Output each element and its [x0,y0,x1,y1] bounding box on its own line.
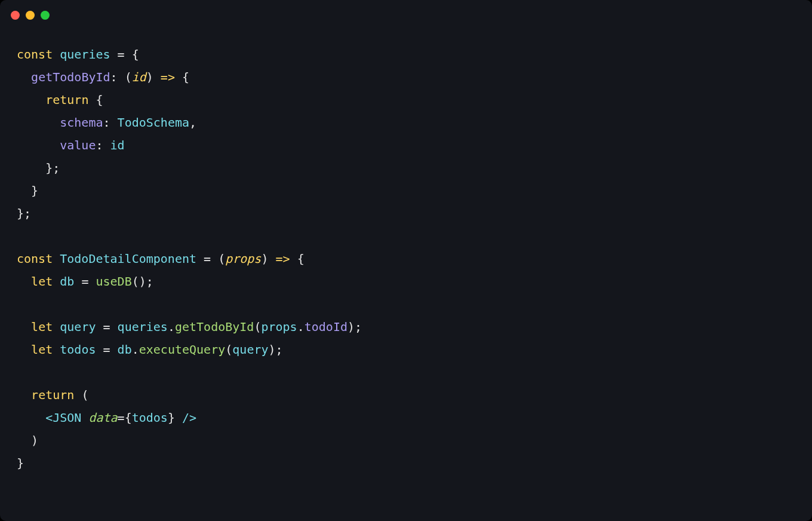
punct-colon: : [103,115,118,130]
keyword-const: const [17,47,60,62]
ident-id: id [110,138,125,152]
prop-todoId: todoId [304,320,347,334]
punct-semi: ; [24,206,31,220]
keyword-let: let [31,342,60,357]
indent [17,388,31,402]
window-titlebar [0,0,812,27]
punct-close-paren: ) [269,342,276,357]
punct-close-paren: ) [31,433,38,448]
punct-eq: = [110,47,132,62]
jsx-open: <JSON [45,410,88,425]
punct-colon: : [96,138,110,152]
fn-getTodoById: getTodoById [175,320,254,334]
jsx-attr-data: data [88,410,117,425]
keyword-return: return [45,93,88,107]
fn-executeQuery: executeQuery [139,342,226,357]
ident-TodoDetailComponent: TodoDetailComponent [60,252,196,266]
param-id: id [132,70,146,84]
punct-open-paren: ( [225,342,232,357]
punct-close-brace: } [17,456,24,470]
punct-dot: . [168,320,175,334]
punct-semi: ; [146,274,153,289]
punct-close-brace: } [31,183,38,198]
indent [17,274,31,289]
punct-close-paren: ) [261,252,268,266]
punct-dot: . [132,342,139,357]
prop-getTodoById: getTodoById [31,70,110,84]
indent [17,410,45,425]
keyword-let: let [31,274,60,289]
punct-open-paren: ( [218,252,225,266]
punct-open-brace: { [96,93,103,107]
punct-open-brace: { [125,410,132,425]
punct-semi: ; [276,342,283,357]
punct-open-brace: { [297,252,304,266]
space [88,93,96,107]
keyword-const: const [17,252,60,266]
indent [17,70,31,84]
punct-close-paren: ) [139,274,146,289]
indent [17,183,31,198]
ident-props: props [261,320,297,334]
punct-semi: ; [53,161,60,175]
ident-db: db [118,342,132,357]
ident-query: query [60,320,96,334]
punct-open-paren: ( [254,320,261,334]
keyword-let: let [31,320,60,334]
punct-eq: = [96,320,117,334]
indent [17,138,60,152]
keyword-return: return [31,388,74,402]
ident-query: query [232,342,268,357]
editor-window: const queries = { getTodoById: (id) => {… [0,0,812,521]
ident-queries: queries [60,47,110,62]
arrow: => [268,252,297,266]
punct-comma: , [189,115,196,130]
punct-close-brace: } [45,161,53,175]
space [74,388,81,402]
punct-colon: : [110,70,125,84]
punct-eq: = [196,252,218,266]
ident-TodoSchema: TodoSchema [118,115,189,130]
punct-dot: . [297,320,304,334]
code-editor[interactable]: const queries = { getTodoById: (id) => {… [0,27,812,491]
punct-eq: = [96,342,117,357]
fn-useDB: useDB [96,274,131,289]
prop-value: value [60,138,96,152]
indent [17,342,31,357]
ident-db: db [60,274,74,289]
punct-open-brace: { [132,47,139,62]
punct-eq-attr: = [118,410,125,425]
ident-todos: todos [60,342,96,357]
prop-schema: schema [60,115,103,130]
param-props: props [225,252,261,266]
indent [17,93,45,107]
indent [17,161,45,175]
arrow: => [153,70,182,84]
punct-eq: = [74,274,96,289]
punct-open-paren: ( [81,388,88,402]
punct-open-brace: { [182,70,189,84]
punct-close-brace: } [17,206,24,220]
window-close-button[interactable] [11,11,20,20]
punct-open-paren: ( [132,274,139,289]
window-zoom-button[interactable] [41,11,50,20]
indent [17,115,60,130]
indent [17,433,31,448]
punct-close-paren: ) [347,320,355,334]
jsx-close: /> [175,410,196,425]
punct-open-paren: ( [125,70,132,84]
ident-todos: todos [132,410,168,425]
punct-semi: ; [355,320,362,334]
ident-queries: queries [118,320,168,334]
indent [17,320,31,334]
punct-close-paren: ) [146,70,153,84]
window-minimize-button[interactable] [26,11,35,20]
punct-close-brace: } [168,410,175,425]
